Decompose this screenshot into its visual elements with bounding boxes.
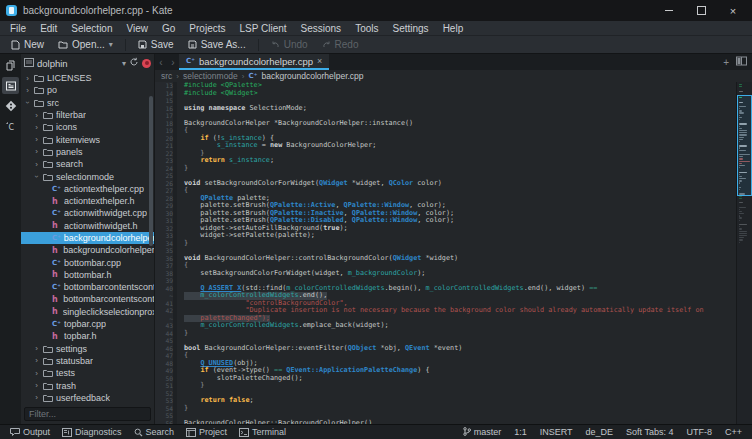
tree-scrollbar[interactable] — [149, 96, 153, 246]
open-button[interactable]: Open... ▾ — [53, 38, 118, 51]
expander-chevron-icon[interactable]: › — [33, 394, 40, 401]
tree-item-actiontexthelper.cpp[interactable]: C⁺actiontexthelper.cpp — [21, 183, 154, 195]
expander-chevron-icon[interactable]: › — [33, 112, 40, 119]
toolview-button-output[interactable]: Output — [4, 426, 56, 439]
code-line[interactable]: 26void setBackgroundColorForWidget(QWidg… — [155, 180, 736, 188]
tree-item-userfeedback[interactable]: ›userfeedback — [21, 392, 154, 404]
expander-chevron-icon[interactable]: › — [33, 173, 40, 180]
project-reload-icon[interactable] — [129, 57, 139, 69]
code-line[interactable]: 18BackgroundColorHelper *BackgroundColor… — [155, 120, 736, 128]
tree-item-topbar.h[interactable]: htopbar.h — [21, 330, 154, 342]
menu-help[interactable]: Help — [437, 23, 470, 34]
menu-projects[interactable]: Projects — [183, 23, 231, 34]
tree-item-selectionmode[interactable]: ›selectionmode — [21, 170, 154, 182]
tree-item-bottombar.cpp[interactable]: C⁺bottombar.cpp — [21, 256, 154, 268]
tree-item-bottombar.h[interactable]: hbottombar.h — [21, 269, 154, 281]
projects-panel-icon[interactable] — [2, 77, 19, 94]
tree-item-actionwithwidget.cpp[interactable]: C⁺actionwithwidget.cpp — [21, 207, 154, 219]
open-dropdown-caret-icon[interactable]: ▾ — [109, 40, 113, 49]
menu-selection[interactable]: Selection — [65, 23, 118, 34]
code-line[interactable]: 44} — [155, 330, 736, 338]
code-line[interactable]: 46bool BackgroundColorHelper::eventFilte… — [155, 345, 736, 353]
breadcrumb-src[interactable]: src — [161, 71, 172, 81]
minimap[interactable] — [736, 82, 752, 424]
encoding[interactable]: UTF-8 — [686, 427, 712, 437]
tree-item-search[interactable]: ›search — [21, 158, 154, 170]
code-line[interactable]: 51 } — [155, 382, 736, 390]
tree-item-backgroundcolorhelper.h[interactable]: hbackgroundcolorhelper.h — [21, 244, 154, 256]
tree-item-settings[interactable]: ›settings — [21, 343, 154, 355]
menu-view[interactable]: View — [121, 23, 155, 34]
menu-edit[interactable]: Edit — [34, 23, 63, 34]
menu-file[interactable]: File — [4, 23, 32, 34]
code-line[interactable]: 24} — [155, 165, 736, 173]
split-view-icon[interactable] — [736, 56, 747, 68]
tree-item-actionwithwidget.h[interactable]: hactionwithwidget.h — [21, 220, 154, 232]
breadcrumb-file[interactable]: backgroundcolorhelper.cpp — [262, 71, 364, 81]
expander-chevron-icon[interactable]: › — [33, 161, 40, 168]
tree-item-backgroundcolorhelper.c-[interactable]: C⁺backgroundcolorhelper.c… — [21, 232, 154, 244]
tree-item-tests[interactable]: ›tests — [21, 367, 154, 379]
tree-item-kitemviews[interactable]: ›kitemviews — [21, 133, 154, 145]
tree-item-singleclickselectionproxy-[interactable]: hsingleclickselectionproxy… — [21, 306, 154, 318]
tab-settings[interactable]: Soft Tabs: 4 — [626, 427, 673, 437]
expander-chevron-icon[interactable]: › — [33, 124, 40, 131]
expander-chevron-icon[interactable]: › — [33, 382, 40, 389]
save-button[interactable]: Save — [133, 38, 179, 51]
history-back-icon[interactable]: ‹ — [155, 54, 167, 70]
git-icon[interactable] — [2, 97, 19, 114]
maximize-icon[interactable] — [696, 6, 706, 16]
history-forward-icon[interactable]: › — [167, 54, 179, 70]
code-editor[interactable]: 13#include <QPalette>14#include <QWidget… — [155, 82, 736, 424]
cursor-position[interactable]: 1:1 — [514, 427, 527, 437]
documents-icon[interactable] — [2, 57, 19, 74]
highlight-language[interactable]: C++ — [725, 427, 742, 437]
tab-backgroundcolorhelper[interactable]: C⁺ backgroundcolorhelper.cpp × — [179, 54, 329, 70]
tree-item-actiontexthelper.h[interactable]: hactiontexthelper.h — [21, 195, 154, 207]
project-name[interactable]: dolphin — [37, 58, 68, 69]
tree-item-po[interactable]: ›po — [21, 84, 154, 96]
code-line[interactable]: 34} — [155, 240, 736, 248]
tree-filter-input[interactable]: Filter... — [24, 407, 151, 421]
menu-tools[interactable]: Tools — [349, 23, 384, 34]
code-line[interactable]: 33 widget->setPalette(palette); — [155, 232, 736, 240]
expander-chevron-icon[interactable]: › — [33, 148, 40, 155]
tree-item-topbar.cpp[interactable]: C⁺topbar.cpp — [21, 318, 154, 330]
expander-chevron-icon[interactable]: › — [24, 99, 31, 106]
expander-chevron-icon[interactable]: › — [33, 370, 40, 377]
git-branch-status[interactable]: master — [463, 427, 502, 438]
expander-chevron-icon[interactable]: › — [33, 357, 40, 364]
toolview-button-diagnostics[interactable]: Diagnostics — [56, 426, 128, 439]
new-tab-icon[interactable]: + — [723, 57, 729, 68]
code-line[interactable]: 36void BackgroundColorHelper::controlBac… — [155, 255, 736, 263]
code-line[interactable]: 23 return s_instance; — [155, 157, 736, 165]
dictionary[interactable]: de_DE — [586, 427, 614, 437]
tree-item-filterbar[interactable]: ›filterbar — [21, 109, 154, 121]
breadcrumb-selectionmode[interactable]: selectionmode — [183, 71, 238, 81]
close-icon[interactable]: × — [728, 6, 738, 16]
minimap-viewport[interactable] — [737, 95, 752, 196]
tree-item-src[interactable]: ›src — [21, 97, 154, 109]
minimize-icon[interactable] — [664, 6, 674, 16]
menu-go[interactable]: Go — [156, 23, 181, 34]
lsp-symbols-icon[interactable]: C — [2, 117, 19, 134]
tree-item-icons[interactable]: ›icons — [21, 121, 154, 133]
code-line[interactable]: 43 m_colorControlledWidgets.emplace_back… — [155, 322, 736, 330]
menu-lsp-client[interactable]: LSP Client — [233, 23, 292, 34]
tree-item-statusbar[interactable]: ›statusbar — [21, 355, 154, 367]
tree-item-trash[interactable]: ›trash — [21, 379, 154, 391]
menu-sessions[interactable]: Sessions — [295, 23, 348, 34]
project-error-badge[interactable] — [142, 59, 151, 68]
tree-item-panels[interactable]: ›panels — [21, 146, 154, 158]
code-line[interactable]: 54} — [155, 405, 736, 413]
code-line[interactable]: 53 return false; — [155, 397, 736, 405]
redo-button[interactable]: Redo — [317, 38, 364, 51]
code-line[interactable]: 21 s_instance = new BackgroundColorHelpe… — [155, 142, 736, 150]
toolview-button-project[interactable]: Project — [180, 426, 233, 439]
tree-item-bottombarcontentscont-[interactable]: C⁺bottombarcontentscont… — [21, 281, 154, 293]
undo-button[interactable]: Undo — [266, 38, 313, 51]
menu-settings[interactable]: Settings — [386, 23, 434, 34]
code-line[interactable]: 38 setBackgroundColorForWidget(widget, m… — [155, 270, 736, 278]
tree-item-bottombarcontentscont-[interactable]: hbottombarcontentscont… — [21, 293, 154, 305]
code-line[interactable]: 16using namespace SelectionMode; — [155, 105, 736, 113]
